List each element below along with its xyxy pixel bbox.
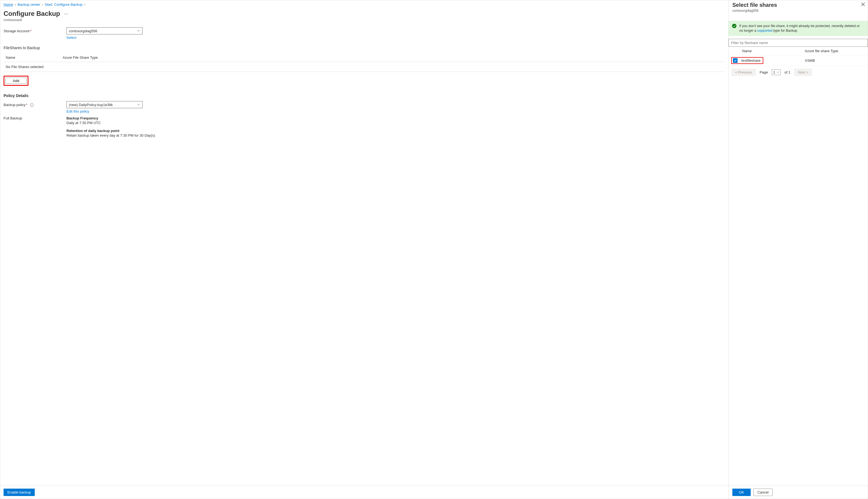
chevron-down-icon — [137, 29, 140, 32]
breadcrumb-home[interactable]: Home — [3, 2, 13, 7]
required-asterisk-icon: * — [26, 103, 27, 107]
previous-button[interactable]: < Previous — [731, 69, 756, 76]
fileshare-table-header: Name Azure file share Type — [728, 47, 868, 56]
fileshare-row[interactable]: testfileshare XSMB — [728, 56, 868, 66]
main-footer: Enable backup — [0, 486, 728, 499]
row-highlight: testfileshare — [731, 57, 763, 64]
page-subtitle: contosovault — [3, 18, 725, 22]
page-of-label: of 1 — [784, 70, 790, 74]
main-pane: Home › Backup center › Start: Configure … — [0, 0, 728, 499]
supported-link[interactable]: supported — [757, 29, 773, 33]
side-header: Select file shares contosorgdiag556 — [728, 0, 868, 15]
side-footer: OK Cancel — [728, 486, 868, 499]
fs-col-name: Name — [742, 49, 805, 53]
fileshares-table-header: Name Azure File Share Type — [3, 53, 725, 62]
required-asterisk-icon: * — [30, 29, 32, 33]
storage-select-link[interactable]: Select — [67, 36, 76, 40]
page-header: Configure Backup ⋯ contosovault — [0, 9, 728, 25]
pager: < Previous Page 1 of 1 Next > — [728, 66, 868, 79]
breadcrumb-sep-icon: › — [42, 2, 43, 7]
storage-account-value: contosorgdiag556 — [69, 29, 97, 33]
cancel-button[interactable]: Cancel — [753, 489, 773, 496]
fileshare-type: XSMB — [805, 59, 865, 63]
col-name-header: Name — [6, 56, 63, 60]
filter-input[interactable] — [728, 39, 868, 47]
storage-account-label: Storage Account* — [3, 27, 67, 33]
storage-account-select[interactable]: contosorgdiag556 — [67, 27, 142, 34]
fs-col-type: Azure file share Type — [805, 49, 865, 53]
full-backup-label: Full Backup — [3, 116, 67, 141]
backup-policy-select[interactable]: (new) DailyPolicy-kup1e38k — [67, 101, 142, 108]
side-title: Select file shares — [732, 2, 864, 8]
page-label: Page — [760, 70, 768, 74]
backup-policy-value: (new) DailyPolicy-kup1e38k — [69, 103, 113, 107]
breadcrumb: Home › Backup center › Start: Configure … — [0, 0, 728, 9]
breadcrumb-sep-icon: › — [15, 2, 16, 7]
chevron-down-icon — [137, 103, 140, 106]
policy-details-heading: Policy Details — [3, 94, 725, 98]
fileshares-empty-row: No File Shares selected — [3, 62, 725, 72]
main-content: Storage Account* contosorgdiag556 Select… — [0, 25, 728, 486]
fileshare-name: testfileshare — [741, 59, 761, 63]
breadcrumb-start-configure[interactable]: Start: Configure Backup — [45, 2, 82, 7]
backup-frequency-text: Daily at 7:30 PM UTC — [67, 121, 725, 125]
ok-button[interactable]: OK — [732, 489, 751, 496]
page-title: Configure Backup — [3, 10, 60, 17]
fileshare-checkbox[interactable] — [733, 58, 738, 63]
side-pane: Select file shares contosorgdiag556 If y… — [728, 0, 868, 499]
breadcrumb-backup-center[interactable]: Backup center — [17, 2, 40, 7]
side-body: If you don't see your file share, it mig… — [728, 15, 868, 486]
info-banner-text: If you don't see your file share, it mig… — [739, 24, 864, 33]
side-subtitle: contosorgdiag556 — [732, 9, 864, 13]
col-type-header: Azure File Share Type — [63, 56, 98, 60]
enable-backup-button[interactable]: Enable backup — [3, 489, 35, 496]
info-icon[interactable]: i — [30, 103, 34, 107]
chevron-down-icon — [777, 71, 779, 73]
breadcrumb-sep-icon: › — [84, 2, 85, 7]
backup-frequency-heading: Backup Frequency — [67, 116, 725, 120]
success-check-icon — [732, 24, 736, 28]
retention-text: Retain backup taken every day at 7:30 PM… — [67, 133, 725, 137]
backup-policy-label: Backup policy* i — [3, 101, 67, 107]
add-button[interactable]: Add — [5, 77, 26, 84]
retention-heading: Retention of daily backup point — [67, 129, 725, 133]
edit-policy-link[interactable]: Edit this policy — [67, 109, 89, 113]
add-highlight: Add — [3, 76, 28, 86]
close-icon[interactable] — [861, 2, 865, 6]
fileshares-heading: FileShares to Backup — [3, 46, 725, 50]
page-select[interactable]: 1 — [772, 70, 781, 75]
next-button[interactable]: Next > — [794, 69, 812, 76]
more-actions-icon[interactable]: ⋯ — [63, 11, 70, 16]
info-banner: If you don't see your file share, it mig… — [728, 21, 868, 36]
